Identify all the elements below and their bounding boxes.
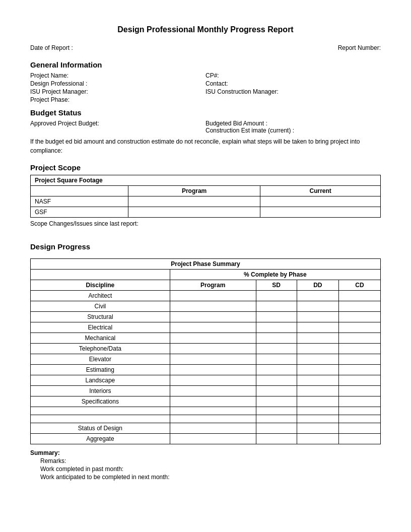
date-of-report-label: Date of Report : — [30, 44, 73, 51]
status-design-program — [170, 423, 256, 434]
table-row: Aggregate — [31, 434, 381, 444]
elevator-program — [170, 354, 256, 365]
status-design-sd — [256, 423, 297, 434]
discipline-landscape: Landscape — [31, 375, 170, 386]
gsf-current — [260, 207, 381, 218]
discipline-electrical: Electrical — [31, 322, 170, 333]
landscape-sd — [256, 375, 297, 386]
estimating-sd — [256, 365, 297, 375]
discipline-telephone-data: Telephone/Data — [31, 344, 170, 354]
col-discipline: Discipline — [31, 280, 170, 291]
aggregate-cd — [338, 434, 380, 444]
budget-info-grid: Approved Project Budget: Budgeted Bid Am… — [30, 120, 381, 134]
project-phase-label: Project Phase: — [30, 96, 206, 103]
landscape-program — [170, 375, 256, 386]
budgeted-bid-label: Budgeted Bid Amount : — [206, 120, 381, 127]
architect-sd — [256, 291, 297, 301]
col-sd: SD — [256, 280, 297, 291]
mechanical-cd — [338, 333, 380, 344]
pct-complete-header: % Complete by Phase — [170, 270, 380, 280]
electrical-cd — [338, 322, 380, 333]
discipline-specifications: Specifications — [31, 396, 170, 407]
specifications-program — [170, 396, 256, 407]
aggregate-label: Aggregate — [31, 434, 170, 444]
architect-dd — [297, 291, 338, 301]
construction-est-label: Construction Est imate (current) : — [206, 127, 381, 134]
budget-status-title: Budget Status — [30, 108, 381, 117]
telephone-dd — [297, 344, 338, 354]
design-professional-label: Design Professional : — [30, 80, 206, 87]
table-row: GSF — [31, 207, 381, 218]
general-info-grid: Project Name: CP#: Design Professional :… — [30, 72, 381, 103]
civil-sd — [256, 301, 297, 312]
approved-budget-label: Approved Project Budget: — [30, 120, 206, 134]
architect-program — [170, 291, 256, 301]
scope-changes-label: Scope Changes/Issues since last report: — [30, 220, 381, 227]
discipline-interiors: Interiors — [31, 386, 170, 396]
table-row: Specifications — [31, 396, 381, 407]
work-anticipated-line: Work anticipated to be completed in next… — [40, 474, 381, 481]
estimating-cd — [338, 365, 380, 375]
interiors-dd — [297, 386, 338, 396]
structural-program — [170, 312, 256, 322]
cp-label: CP#: — [206, 72, 381, 79]
structural-cd — [338, 312, 380, 322]
architect-cd — [338, 291, 380, 301]
discipline-estimating: Estimating — [31, 365, 170, 375]
landscape-cd — [338, 375, 380, 386]
empty-row — [31, 407, 381, 415]
table-row: Civil — [31, 301, 381, 312]
budget-right-col: Budgeted Bid Amount : Construction Est i… — [206, 120, 381, 134]
telephone-cd — [338, 344, 380, 354]
general-info-title: General Information — [30, 60, 381, 69]
telephone-sd — [256, 344, 297, 354]
empty-row — [31, 415, 381, 423]
remarks-line: Remarks: — [40, 457, 381, 464]
table-row: Telephone/Data — [31, 344, 381, 354]
summary-section: Summary: Remarks: Work completed in past… — [30, 449, 381, 481]
phase-summary-header: Project Phase Summary — [31, 259, 381, 270]
table-row: Estimating — [31, 365, 381, 375]
discipline-elevator: Elevator — [31, 354, 170, 365]
col-program: Program — [170, 280, 256, 291]
col-cd: CD — [338, 280, 380, 291]
table-row: Mechanical — [31, 333, 381, 344]
estimating-program — [170, 365, 256, 375]
table-row: Interiors — [31, 386, 381, 396]
project-name-label: Project Name: — [30, 72, 206, 79]
nasf-current — [260, 196, 381, 207]
table-row: Elevator — [31, 354, 381, 365]
elevator-dd — [297, 354, 338, 365]
header-section: Date of Report : Report Number: — [30, 44, 381, 51]
budget-note: If the budget ed bid amount and construc… — [30, 137, 381, 155]
project-square-footage-header: Project Square Footage — [31, 175, 381, 186]
gsf-program — [128, 207, 260, 218]
civil-dd — [297, 301, 338, 312]
aggregate-sd — [256, 434, 297, 444]
isu-construction-manager-label: ISU Construction Manager: — [206, 88, 381, 95]
status-design-cd — [338, 423, 380, 434]
civil-program — [170, 301, 256, 312]
report-number-label: Report Number: — [338, 44, 381, 51]
mechanical-program — [170, 333, 256, 344]
interiors-sd — [256, 386, 297, 396]
gsf-label: GSF — [31, 207, 128, 218]
electrical-dd — [297, 322, 338, 333]
electrical-program — [170, 322, 256, 333]
table-row: Electrical — [31, 322, 381, 333]
civil-cd — [338, 301, 380, 312]
nasf-program — [128, 196, 260, 207]
landscape-dd — [297, 375, 338, 386]
work-completed-line: Work completed in past month: — [40, 466, 381, 473]
status-design-dd — [297, 423, 338, 434]
scope-current-header: Current — [260, 186, 381, 196]
col-dd: DD — [297, 280, 338, 291]
project-phase-value — [206, 96, 381, 103]
scope-program-header: Program — [128, 186, 260, 196]
mechanical-dd — [297, 333, 338, 344]
interiors-cd — [338, 386, 380, 396]
summary-label: Summary: — [30, 449, 60, 456]
table-row: Structural — [31, 312, 381, 322]
table-row: Status of Design — [31, 423, 381, 434]
table-row: Landscape — [31, 375, 381, 386]
